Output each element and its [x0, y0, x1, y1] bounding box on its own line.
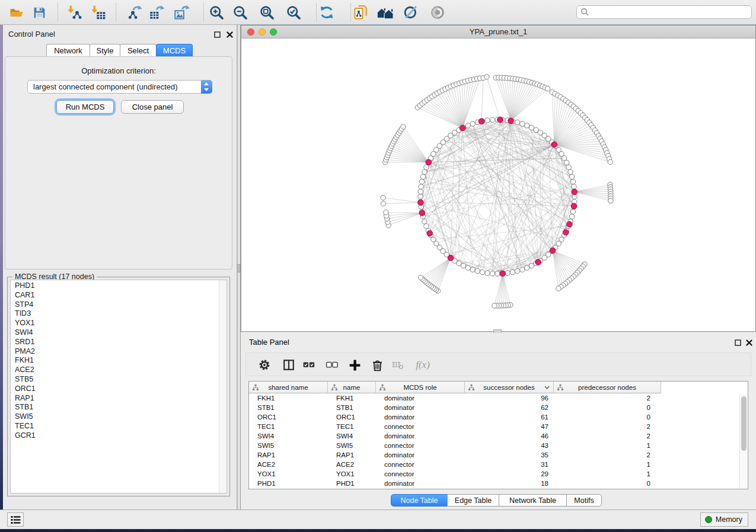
run-mcds-button[interactable]: Run MCDS: [56, 100, 114, 114]
column-header-predecessor-nodes[interactable]: predecessor nodes: [554, 382, 661, 393]
zoom-in-button[interactable]: [206, 3, 227, 22]
home-button[interactable]: [375, 3, 395, 22]
zoom-selected-button[interactable]: [283, 3, 304, 22]
optimization-criterion-select[interactable]: largest connected component (undirected): [27, 80, 212, 94]
tab-motifs[interactable]: Motifs: [566, 494, 602, 507]
column-header-shared-name[interactable]: shared name: [249, 382, 328, 393]
table-settings-button[interactable]: [256, 356, 273, 374]
mcds-result-item[interactable]: TEC1: [11, 422, 218, 431]
export-network-button[interactable]: [125, 3, 145, 22]
cell-predecessor_nodes: 0: [554, 403, 661, 412]
mcds-result-item[interactable]: SWI5: [11, 412, 218, 422]
mcds-result-item[interactable]: RAP1: [11, 394, 218, 403]
memory-button[interactable]: Memory: [700, 512, 748, 527]
network-titlebar[interactable]: YPA_prune.txt_1: [241, 25, 755, 39]
export-image-button[interactable]: [171, 3, 192, 22]
cell-shared_name: SWI5: [249, 441, 328, 450]
save-session-button[interactable]: [29, 3, 49, 22]
refresh-button[interactable]: [317, 3, 337, 22]
delete-column-button[interactable]: [368, 356, 386, 374]
vizmapper-button[interactable]: [401, 3, 421, 22]
mcds-result-item[interactable]: STP4: [11, 300, 218, 310]
table-row[interactable]: TEC1TEC1connector472: [249, 422, 748, 431]
tab-style[interactable]: Style: [90, 44, 120, 56]
table-row[interactable]: FKH1FKH1dominator962: [249, 393, 748, 403]
table-row[interactable]: RAP1RAP1dominator352: [249, 450, 748, 460]
tab-network-table[interactable]: Network Table: [499, 494, 567, 507]
table-tabs: Node TableEdge TableNetwork TableMotifs: [391, 494, 602, 507]
mcds-result-item[interactable]: GCR1: [11, 431, 218, 441]
float-table-panel-button[interactable]: [733, 338, 742, 347]
result-list-scrollbar[interactable]: [219, 280, 227, 493]
function-builder-button[interactable]: f(x): [411, 356, 435, 374]
mcds-result-item[interactable]: YOX1: [11, 319, 218, 328]
zoom-fit-button[interactable]: [257, 3, 277, 22]
column-header-name[interactable]: name: [328, 382, 376, 393]
cell-predecessor_nodes: 2: [554, 393, 661, 403]
network-canvas-svg[interactable]: [241, 39, 755, 331]
mcds-result-item[interactable]: TID3: [11, 309, 218, 319]
cell-mcds_role: dominator: [376, 412, 465, 422]
column-header-successor-nodes[interactable]: successor nodes: [465, 382, 554, 393]
open-file-button[interactable]: [7, 3, 27, 22]
deselect-all-columns-button[interactable]: [323, 356, 341, 374]
close-panel-action-button[interactable]: Close panel: [121, 100, 184, 114]
add-column-button[interactable]: [346, 356, 363, 374]
import-table-button[interactable]: [88, 3, 108, 22]
mcds-result-item[interactable]: SWI4: [11, 328, 218, 338]
table-row[interactable]: SWI5SWI5connector431: [249, 441, 748, 450]
table-row[interactable]: ACE2ACE2connector311: [249, 460, 748, 469]
tab-select[interactable]: Select: [120, 44, 157, 56]
tab-mcds[interactable]: MCDS: [156, 44, 193, 56]
mcds-result-item[interactable]: CAR1: [11, 291, 218, 300]
eye-button[interactable]: [428, 3, 448, 22]
show-columns-button[interactable]: [280, 356, 298, 374]
close-panel-button[interactable]: [225, 30, 234, 39]
column-header-MCDS-role[interactable]: MCDS role: [376, 382, 465, 393]
mcds-result-item[interactable]: PMA2: [11, 347, 218, 357]
close-table-panel-button[interactable]: [744, 338, 754, 347]
table-scrollbar-thumb[interactable]: [741, 396, 747, 451]
close-icon: [746, 339, 752, 346]
cell-mcds_role: connector: [376, 469, 465, 479]
mcds-result-item[interactable]: SRD1: [11, 338, 218, 347]
mcds-result-item[interactable]: ACE2: [11, 366, 218, 375]
mcds-result-item[interactable]: ORC1: [11, 384, 218, 394]
table-row[interactable]: ORC1ORC1dominator610: [249, 412, 748, 422]
cell-predecessor_nodes: 1: [554, 469, 661, 479]
optimization-criterion-label: Optimization criterion:: [5, 66, 232, 75]
select-all-columns-button[interactable]: [300, 356, 318, 374]
export-network-icon: [127, 5, 143, 21]
attribute-type-icon: [557, 384, 564, 391]
cell-successor_nodes: 61: [465, 412, 554, 422]
mcds-result-box: MCDS result (17 nodes) PHD1CAR1STP4TID3Y…: [7, 277, 230, 496]
status-menu-button[interactable]: [7, 512, 24, 527]
tab-edge-table[interactable]: Edge Table: [447, 494, 499, 507]
mcds-result-item[interactable]: PHD1: [11, 281, 218, 291]
mcds-result-item[interactable]: STB1: [11, 403, 218, 412]
table-row[interactable]: YOX1YOX1connector291: [249, 469, 748, 479]
float-panel-button[interactable]: [212, 30, 222, 39]
cell-predecessor_nodes: 2: [554, 450, 661, 460]
zoom-out-button[interactable]: [230, 3, 250, 22]
delete-table-button[interactable]: [389, 356, 407, 374]
table-header-row: shared namenameMCDS rolesuccessor nodesp…: [249, 382, 661, 393]
splitter-handle[interactable]: [238, 264, 240, 273]
cell-successor_nodes: 18: [465, 479, 554, 488]
tab-network[interactable]: Network: [46, 44, 90, 56]
export-table-button[interactable]: [146, 3, 167, 22]
table-scrollbar[interactable]: [739, 394, 747, 488]
search-input[interactable]: [589, 7, 751, 18]
import-network-button[interactable]: [64, 3, 84, 22]
tab-node-table[interactable]: Node Table: [391, 494, 448, 507]
table-row[interactable]: STB1STB1dominator620: [249, 403, 748, 412]
clone-network-button[interactable]: [351, 3, 371, 22]
refresh-icon: [318, 4, 335, 21]
mcds-result-item[interactable]: FKH1: [11, 356, 218, 366]
table-row[interactable]: SWI4SWI4dominator462: [249, 431, 748, 441]
mcds-result-item[interactable]: STB5: [11, 375, 218, 384]
cell-shared_name: STB1: [249, 403, 328, 412]
deselect-all-icon: [326, 358, 339, 371]
table-row[interactable]: PHD1PHD1dominator180: [249, 479, 748, 488]
cell-name: SWI5: [328, 441, 376, 450]
